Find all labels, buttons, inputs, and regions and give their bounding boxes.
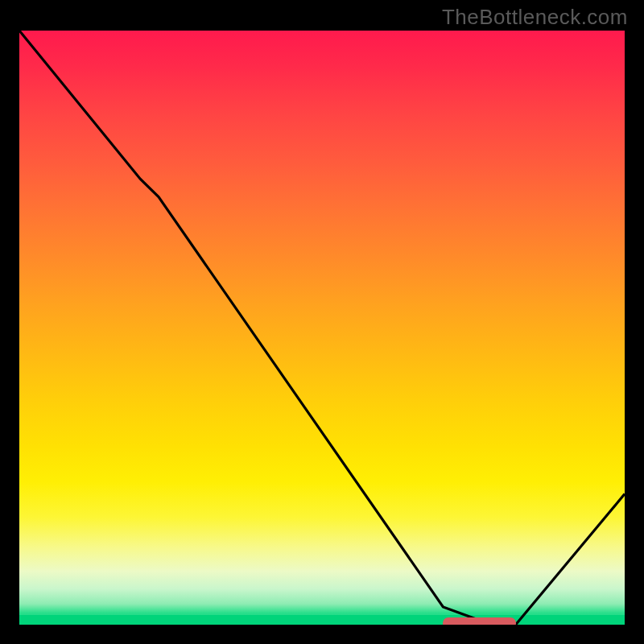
optimal-marker <box>443 617 515 625</box>
watermark-text: TheBottleneck.com <box>442 5 628 30</box>
curve-svg <box>19 31 625 625</box>
plot-area <box>19 31 625 625</box>
chart-container: TheBottleneck.com <box>0 0 644 644</box>
bottleneck-curve <box>19 31 625 625</box>
